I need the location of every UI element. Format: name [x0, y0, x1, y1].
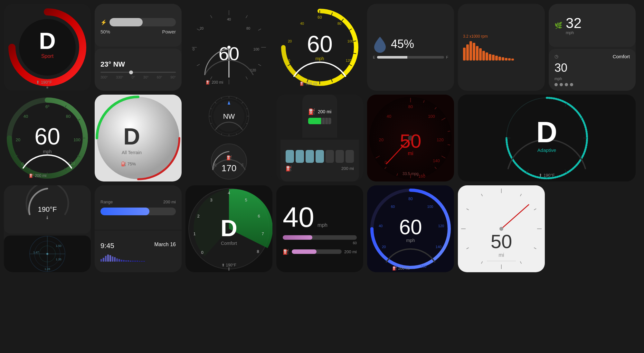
green-ring-speedometer-widget: 40 20 0 6⁰ 80 100 120 60 mph ⛽ 200 mi — [4, 95, 91, 181]
svg-line-7 — [246, 15, 248, 18]
svg-line-84 — [236, 134, 237, 135]
svg-text:4: 4 — [228, 190, 230, 195]
temp-circle-widget: 190°F 🌡 1.50 1.47 1.35 1.28 — [4, 185, 91, 272]
svg-text:80: 80 — [337, 22, 341, 25]
svg-line-92 — [221, 98, 222, 99]
svg-text:50: 50 — [400, 130, 421, 152]
svg-line-14 — [197, 64, 200, 66]
power-percent: 50% — [100, 29, 110, 34]
svg-text:40: 40 — [379, 224, 383, 228]
fuel-icon-2: ⛽ — [286, 165, 292, 172]
comfort-icon: ◷ — [554, 54, 558, 59]
svg-line-82 — [246, 123, 248, 124]
fuel-f-label: F — [446, 55, 448, 59]
fuel-drop-icon — [373, 35, 387, 53]
svg-text:100: 100 — [253, 47, 259, 51]
svg-text:D: D — [536, 116, 557, 148]
nw-compass-svg: NW — [206, 95, 251, 139]
lightning-icon: ⚡ — [100, 19, 107, 25]
speed-40-widget: 40 mph 60 ⛽ 200 mi — [276, 185, 363, 272]
svg-text:⛽: ⛽ — [226, 155, 232, 161]
circle-speedometer-svg: 40 80 20 0 100 120 60 ⛽ 200 mi — [185, 4, 272, 91]
svg-text:140: 140 — [436, 245, 441, 249]
all-terrain-widget: D All Terrain ⛽ 75% — [95, 95, 182, 181]
svg-text:⬆ 190°F: ⬆ 190°F — [36, 80, 52, 85]
svg-text:D: D — [39, 28, 56, 54]
power-label: Power — [162, 29, 176, 34]
svg-text:60: 60 — [307, 31, 333, 57]
svg-text:mph: mph — [43, 149, 52, 154]
svg-text:60: 60 — [34, 124, 60, 149]
svg-line-106 — [448, 144, 450, 145]
svg-text:🌡: 🌡 — [45, 215, 50, 220]
svg-text:40: 40 — [24, 114, 28, 119]
svg-text:⛽ 200 mi: ⛽ 200 mi — [392, 266, 410, 271]
fuel-cells-widget: ⛽ 200 mi ⛽ 200 mi — [276, 95, 363, 181]
svg-text:Sport: Sport — [41, 53, 54, 59]
cells-miles: 200 mi — [341, 166, 354, 171]
blue-ring-svg: 80 100 120 140 60 40 20 0 160 60 mph ⛽ 2… — [367, 185, 454, 272]
green-ring-speedometer-svg: 40 20 0 6⁰ 80 100 120 60 mph ⛽ 200 mi — [4, 95, 91, 181]
svg-text:20: 20 — [382, 245, 386, 249]
time-display: 9:45 — [100, 242, 114, 250]
svg-text:100: 100 — [427, 205, 433, 209]
compass-mark-4: 30° — [143, 75, 149, 79]
rpm-value: 3.2 x1000 rpm — [463, 34, 488, 39]
fuel-pump-icon: ⛽ — [308, 108, 315, 115]
svg-line-88 — [211, 123, 212, 124]
svg-point-147 — [46, 253, 48, 255]
fuel-gauge-svg: E F ⛽ 170 — [206, 141, 251, 181]
svg-text:⛽ 75%: ⛽ 75% — [121, 161, 136, 167]
compass-mark-3: 0° — [132, 75, 135, 79]
comfort-label: Comfort — [613, 54, 630, 59]
all-terrain-svg: D All Terrain ⛽ 75% — [95, 95, 182, 181]
svg-text:D: D — [221, 215, 237, 241]
teal-d-svg: D Adaptive ⬆ 190°F — [460, 95, 634, 181]
svg-text:1.50: 1.50 — [56, 244, 62, 247]
svg-text:20: 20 — [288, 39, 292, 43]
svg-text:⬆ 190°F: ⬆ 190°F — [222, 263, 236, 267]
svg-text:160: 160 — [418, 174, 425, 179]
fuel-200-label: 200 mi — [318, 109, 331, 114]
svg-point-95 — [211, 144, 247, 179]
white-speedometer-svg: 50 mi — [458, 185, 545, 272]
svg-line-80 — [246, 108, 248, 109]
blue-ring-widget: 80 100 120 140 60 40 20 0 160 60 mph ⛽ 2… — [367, 185, 454, 272]
svg-text:100: 100 — [73, 137, 80, 142]
dashboard-grid: D Sport ⬆ 190°F ⚡ 50% Power — [0, 0, 644, 353]
speed-fuel-miles: 200 mi — [344, 249, 357, 254]
svg-text:40: 40 — [300, 22, 304, 25]
svg-text:Adaptive: Adaptive — [537, 147, 556, 153]
svg-text:7: 7 — [261, 231, 264, 236]
svg-text:100: 100 — [347, 39, 353, 43]
svg-line-78 — [236, 98, 237, 99]
teal-d-widget: D Adaptive ⬆ 190°F — [458, 95, 636, 181]
svg-text:⬆ 190°F: ⬆ 190°F — [539, 173, 555, 178]
svg-line-90 — [211, 108, 212, 109]
speed-fuel-icon: ⛽ — [283, 249, 289, 255]
svg-text:mph: mph — [315, 56, 324, 61]
svg-line-11 — [246, 77, 248, 79]
svg-text:140: 140 — [433, 158, 440, 163]
fuel-drop-widget: 45% E F — [367, 4, 454, 91]
svg-text:⛽ 200 mi: ⛽ 200 mi — [29, 173, 46, 178]
speed-target: 60 — [353, 241, 357, 245]
range-widget: Range 200 mi 9:45 March 16 — [95, 185, 182, 272]
rpm-bars-widget: 3.2 x1000 rpm — [458, 4, 545, 91]
svg-text:40: 40 — [387, 114, 391, 119]
nw-compass-widget: NW E F ⛽ 170 — [185, 95, 272, 181]
svg-text:mi: mi — [499, 252, 504, 258]
svg-text:60: 60 — [391, 205, 395, 209]
white-speedometer-widget: 50 mi — [458, 185, 545, 272]
compass-heading: 23° NW — [100, 60, 176, 69]
compass-mark-6: 90° — [170, 75, 176, 79]
speed-comfort-widget: 🌿 32 mph ◷ Comfort 30 mph — [549, 4, 636, 91]
svg-text:6⁰: 6⁰ — [45, 104, 49, 109]
green-comfort-gauge-widget: 4 5 6 7 8 3 2 1 0 D Comfort ⬆ 190°F — [185, 185, 272, 272]
svg-line-86 — [221, 134, 222, 135]
sport-gauge-svg: D Sport ⬆ 190°F — [4, 4, 91, 91]
svg-text:80: 80 — [66, 114, 71, 119]
svg-text:20: 20 — [16, 137, 20, 142]
svg-line-16 — [197, 29, 200, 31]
svg-text:40: 40 — [227, 17, 231, 21]
